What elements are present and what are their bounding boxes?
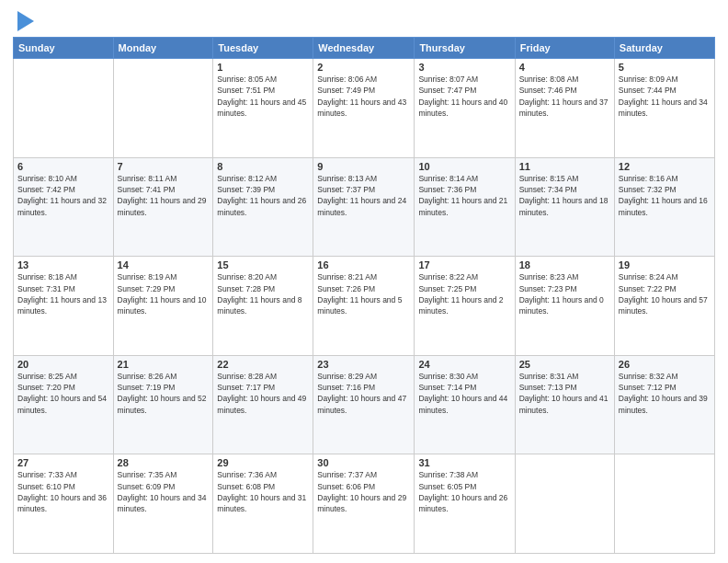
calendar-cell: 12Sunrise: 8:16 AM Sunset: 7:32 PM Dayli… <box>614 157 714 257</box>
day-info: Sunrise: 8:26 AM Sunset: 7:19 PM Dayligh… <box>118 371 210 416</box>
day-number: 20 <box>17 359 109 370</box>
day-number: 28 <box>118 457 210 468</box>
calendar-week-row: 1Sunrise: 8:05 AM Sunset: 7:51 PM Daylig… <box>14 59 715 158</box>
day-number: 27 <box>17 457 109 468</box>
calendar-cell: 25Sunrise: 8:31 AM Sunset: 7:13 PM Dayli… <box>515 355 614 454</box>
day-number: 14 <box>118 259 210 270</box>
day-info: Sunrise: 8:19 AM Sunset: 7:29 PM Dayligh… <box>118 271 210 316</box>
day-number: 3 <box>418 62 510 73</box>
calendar-table: SundayMondayTuesdayWednesdayThursdayFrid… <box>13 37 715 554</box>
day-number: 5 <box>619 62 711 73</box>
logo-arrow-icon <box>17 11 34 31</box>
day-info: Sunrise: 8:21 AM Sunset: 7:26 PM Dayligh… <box>317 271 410 316</box>
calendar-cell: 10Sunrise: 8:14 AM Sunset: 7:36 PM Dayli… <box>415 157 515 257</box>
day-info: Sunrise: 7:36 AM Sunset: 6:08 PM Dayligh… <box>217 469 309 514</box>
calendar-cell: 27Sunrise: 7:33 AM Sunset: 6:10 PM Dayli… <box>14 454 114 554</box>
day-header-saturday: Saturday <box>614 38 714 59</box>
calendar-cell: 7Sunrise: 8:11 AM Sunset: 7:41 PM Daylig… <box>113 157 213 257</box>
day-info: Sunrise: 8:22 AM Sunset: 7:25 PM Dayligh… <box>418 271 510 316</box>
calendar-cell: 19Sunrise: 8:24 AM Sunset: 7:22 PM Dayli… <box>614 257 714 356</box>
day-info: Sunrise: 7:33 AM Sunset: 6:10 PM Dayligh… <box>17 469 109 514</box>
day-number: 17 <box>418 259 510 270</box>
calendar-cell: 14Sunrise: 8:19 AM Sunset: 7:29 PM Dayli… <box>113 257 213 356</box>
calendar-cell: 8Sunrise: 8:12 AM Sunset: 7:39 PM Daylig… <box>213 157 313 257</box>
calendar-cell: 4Sunrise: 8:08 AM Sunset: 7:46 PM Daylig… <box>515 59 614 158</box>
day-number: 22 <box>217 359 309 370</box>
day-info: Sunrise: 8:25 AM Sunset: 7:20 PM Dayligh… <box>17 371 109 416</box>
day-number: 26 <box>619 359 711 370</box>
svg-marker-0 <box>17 11 34 31</box>
calendar-cell: 23Sunrise: 8:29 AM Sunset: 7:16 PM Dayli… <box>313 355 415 454</box>
day-number: 2 <box>317 62 410 73</box>
day-info: Sunrise: 8:13 AM Sunset: 7:37 PM Dayligh… <box>317 173 410 218</box>
calendar-cell: 5Sunrise: 8:09 AM Sunset: 7:44 PM Daylig… <box>614 59 714 158</box>
day-info: Sunrise: 8:23 AM Sunset: 7:23 PM Dayligh… <box>519 271 610 316</box>
day-number: 16 <box>317 259 410 270</box>
calendar-cell: 13Sunrise: 8:18 AM Sunset: 7:31 PM Dayli… <box>14 257 114 356</box>
calendar-cell: 16Sunrise: 8:21 AM Sunset: 7:26 PM Dayli… <box>313 257 415 356</box>
day-header-thursday: Thursday <box>415 38 515 59</box>
day-number: 10 <box>418 161 510 172</box>
day-number: 31 <box>418 457 510 468</box>
calendar-week-row: 13Sunrise: 8:18 AM Sunset: 7:31 PM Dayli… <box>14 257 715 356</box>
day-info: Sunrise: 7:35 AM Sunset: 6:09 PM Dayligh… <box>118 469 210 514</box>
calendar-cell: 6Sunrise: 8:10 AM Sunset: 7:42 PM Daylig… <box>14 157 114 257</box>
day-number: 1 <box>217 62 309 73</box>
day-info: Sunrise: 8:14 AM Sunset: 7:36 PM Dayligh… <box>418 173 510 218</box>
calendar-week-row: 20Sunrise: 8:25 AM Sunset: 7:20 PM Dayli… <box>14 355 715 454</box>
calendar-cell: 22Sunrise: 8:28 AM Sunset: 7:17 PM Dayli… <box>213 355 313 454</box>
day-info: Sunrise: 8:31 AM Sunset: 7:13 PM Dayligh… <box>519 371 610 416</box>
day-number: 23 <box>317 359 410 370</box>
day-number: 15 <box>217 259 309 270</box>
calendar-cell: 2Sunrise: 8:06 AM Sunset: 7:49 PM Daylig… <box>313 59 415 158</box>
day-header-monday: Monday <box>113 38 213 59</box>
calendar-cell <box>14 59 114 158</box>
day-number: 9 <box>317 161 410 172</box>
calendar-cell <box>515 454 614 554</box>
day-header-sunday: Sunday <box>14 38 114 59</box>
calendar-cell: 1Sunrise: 8:05 AM Sunset: 7:51 PM Daylig… <box>213 59 313 158</box>
day-number: 30 <box>317 457 410 468</box>
calendar-header-row: SundayMondayTuesdayWednesdayThursdayFrid… <box>14 38 715 59</box>
day-number: 18 <box>519 259 610 270</box>
day-number: 4 <box>519 62 610 73</box>
calendar-cell: 24Sunrise: 8:30 AM Sunset: 7:14 PM Dayli… <box>415 355 515 454</box>
calendar-cell: 17Sunrise: 8:22 AM Sunset: 7:25 PM Dayli… <box>415 257 515 356</box>
calendar-cell: 15Sunrise: 8:20 AM Sunset: 7:28 PM Dayli… <box>213 257 313 356</box>
day-info: Sunrise: 8:16 AM Sunset: 7:32 PM Dayligh… <box>619 173 711 218</box>
day-info: Sunrise: 8:09 AM Sunset: 7:44 PM Dayligh… <box>619 74 711 119</box>
day-info: Sunrise: 8:20 AM Sunset: 7:28 PM Dayligh… <box>217 271 309 316</box>
calendar-cell: 20Sunrise: 8:25 AM Sunset: 7:20 PM Dayli… <box>14 355 114 454</box>
calendar-cell: 31Sunrise: 7:38 AM Sunset: 6:05 PM Dayli… <box>415 454 515 554</box>
day-number: 8 <box>217 161 309 172</box>
day-info: Sunrise: 7:38 AM Sunset: 6:05 PM Dayligh… <box>418 469 510 514</box>
day-number: 25 <box>519 359 610 370</box>
day-info: Sunrise: 8:32 AM Sunset: 7:12 PM Dayligh… <box>619 371 711 416</box>
calendar-cell: 11Sunrise: 8:15 AM Sunset: 7:34 PM Dayli… <box>515 157 614 257</box>
day-info: Sunrise: 8:10 AM Sunset: 7:42 PM Dayligh… <box>17 173 109 218</box>
header <box>13 9 715 31</box>
day-info: Sunrise: 8:30 AM Sunset: 7:14 PM Dayligh… <box>418 371 510 416</box>
calendar-cell: 30Sunrise: 7:37 AM Sunset: 6:06 PM Dayli… <box>313 454 415 554</box>
calendar-cell: 9Sunrise: 8:13 AM Sunset: 7:37 PM Daylig… <box>313 157 415 257</box>
day-number: 6 <box>17 161 109 172</box>
day-number: 13 <box>17 259 109 270</box>
day-header-wednesday: Wednesday <box>313 38 415 59</box>
calendar-cell: 21Sunrise: 8:26 AM Sunset: 7:19 PM Dayli… <box>113 355 213 454</box>
day-info: Sunrise: 8:11 AM Sunset: 7:41 PM Dayligh… <box>118 173 210 218</box>
day-info: Sunrise: 8:28 AM Sunset: 7:17 PM Dayligh… <box>217 371 309 416</box>
day-number: 11 <box>519 161 610 172</box>
day-info: Sunrise: 8:15 AM Sunset: 7:34 PM Dayligh… <box>519 173 610 218</box>
day-number: 12 <box>619 161 711 172</box>
day-number: 19 <box>619 259 711 270</box>
day-info: Sunrise: 8:29 AM Sunset: 7:16 PM Dayligh… <box>317 371 410 416</box>
day-info: Sunrise: 8:24 AM Sunset: 7:22 PM Dayligh… <box>619 271 711 316</box>
calendar-cell <box>113 59 213 158</box>
day-number: 29 <box>217 457 309 468</box>
day-info: Sunrise: 8:06 AM Sunset: 7:49 PM Dayligh… <box>317 74 410 119</box>
calendar-cell <box>614 454 714 554</box>
day-header-tuesday: Tuesday <box>213 38 313 59</box>
calendar-cell: 18Sunrise: 8:23 AM Sunset: 7:23 PM Dayli… <box>515 257 614 356</box>
calendar-cell: 26Sunrise: 8:32 AM Sunset: 7:12 PM Dayli… <box>614 355 714 454</box>
day-header-friday: Friday <box>515 38 614 59</box>
